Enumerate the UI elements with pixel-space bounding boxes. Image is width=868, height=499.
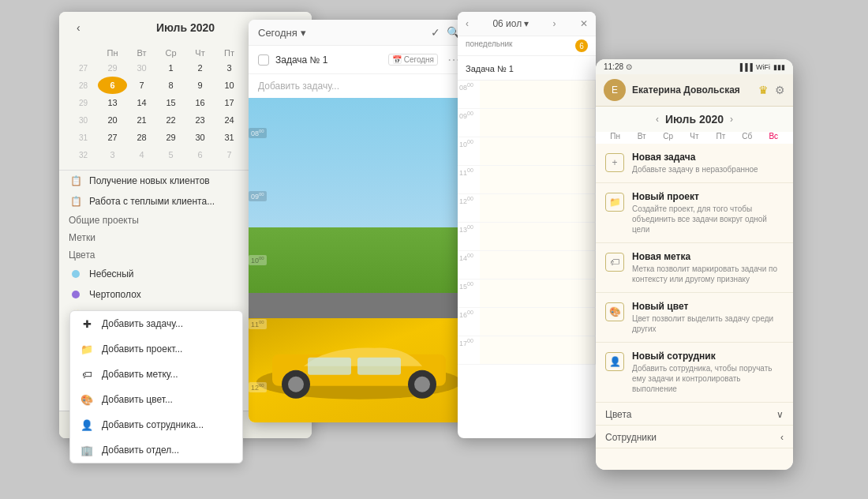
mobile-menu-new-project[interactable]: 📁 Новый проект Создайте проект, для того… (596, 183, 793, 243)
section-colors-expand: ∨ (776, 409, 784, 420)
calendar-day[interactable]: 28 (127, 129, 156, 146)
task-checkbox[interactable] (258, 54, 269, 66)
calendar-day[interactable]: 22 (156, 111, 185, 129)
calendar-day[interactable]: 13 (98, 94, 127, 111)
mobile-menu-new-tag[interactable]: 🏷 Новая метка Метка позволит маркировать… (596, 243, 793, 293)
time-label: 0800 (458, 81, 480, 108)
calendar-day[interactable]: 8 (156, 77, 185, 94)
calendar-day[interactable]: 14 (127, 94, 156, 111)
calendar-day[interactable]: 15 (156, 94, 185, 111)
svg-rect-7 (357, 358, 401, 375)
dropdown-add-color[interactable]: 🎨 Добавить цвет... (70, 387, 242, 412)
calendar-day[interactable]: 3 (215, 59, 244, 77)
calendar-day[interactable]: 31 (215, 129, 244, 146)
project-label: Работа с теплыми клиента... (89, 196, 215, 207)
calendar-day[interactable]: 24 (215, 111, 244, 129)
center-check-button[interactable]: ✓ (431, 26, 440, 39)
calendar-day[interactable]: 6 (185, 146, 215, 163)
cal-day-mon: Пн (602, 132, 628, 141)
mobile-user-bar: Е Екатерина Довольская ♛ ⚙ (596, 74, 793, 107)
calendar-day[interactable]: 5 (156, 146, 185, 163)
mobile-menu: + Новая задача Добавьте задачу в неразоб… (596, 144, 793, 470)
calendar-day[interactable]: 7 (215, 146, 244, 163)
task-date-badge: 📅 Сегодня (388, 54, 438, 66)
calendar-day[interactable]: 21 (127, 111, 156, 129)
center-title-text: Сегодня (258, 27, 297, 39)
mobile-cal-header: ‹ Июль 2020 › (596, 107, 793, 132)
calendar-image-area: 0800 0900 1000 1100 1200 (249, 98, 470, 422)
calendar-day[interactable]: 23 (185, 111, 215, 129)
mobile-menu-new-employee[interactable]: 👤 Новый сотрудник Добавить сотрудника, ч… (596, 343, 793, 403)
dropdown-add-tag[interactable]: 🏷 Добавить метку... (70, 362, 242, 387)
color-dot-thistle (69, 287, 83, 302)
calendar-day[interactable]: 7 (127, 77, 156, 94)
calendar-day[interactable]: 16 (185, 94, 215, 111)
week-num: 32 (69, 146, 98, 163)
mobile-status-right: ▐▐▐ WiFi ▮▮▮ (738, 63, 785, 71)
settings-icon[interactable]: ⚙ (775, 84, 785, 96)
add-task-placeholder: Добавить задачу... (258, 81, 339, 92)
dropdown-add-project[interactable]: 📁 Добавить проект... (70, 336, 242, 362)
dropdown-add-department[interactable]: 🏢 Добавить отдел... (70, 437, 242, 463)
time-col (480, 137, 596, 165)
dropdown-item-label: Добавить цвет... (102, 394, 173, 405)
calendar-day-today[interactable]: 6 (98, 77, 127, 94)
task-date-text: Сегодня (404, 55, 434, 64)
new-tag-title: Новая метка (632, 251, 784, 262)
calendar-day[interactable]: 30 (185, 129, 215, 146)
new-color-desc: Цвет позволит выделить задачу среди друг… (632, 313, 784, 334)
calendar-day[interactable]: 4 (127, 146, 156, 163)
time-label: 0900 (458, 109, 480, 137)
calendar-day[interactable]: 2 (185, 59, 215, 77)
new-tag-icon: 🏷 (605, 253, 624, 272)
week-prev-button[interactable]: ‹ (466, 18, 469, 29)
calendar-day[interactable]: 30 (127, 59, 156, 77)
cal-day-thu: Чт (681, 132, 707, 141)
today-badge: 6 (575, 39, 588, 52)
mobile-menu-new-color[interactable]: 🎨 Новый цвет Цвет позволит выделить зада… (596, 293, 793, 343)
cal-day-sat: Сб (734, 132, 760, 141)
time-label: 1200 (458, 194, 480, 222)
dropdown-add-task[interactable]: ✚ Добавить задачу... (70, 311, 242, 336)
dropdown-add-employee[interactable]: 👤 Добавить сотрудника... (70, 412, 242, 437)
week-close-button[interactable]: ✕ (580, 18, 588, 29)
calendar-day[interactable]: 27 (98, 129, 127, 146)
mobile-menu-new-task[interactable]: + Новая задача Добавьте задачу в неразоб… (596, 144, 793, 183)
center-dropdown-icon: ▾ (301, 27, 306, 39)
section-employees-collapse: ‹ (780, 432, 784, 443)
avatar-initial: Е (612, 84, 618, 96)
mobile-cal-prev[interactable]: ‹ (656, 114, 659, 125)
calendar-day[interactable]: 17 (215, 94, 244, 111)
mobile-time: 11:28 ⊙ (604, 62, 632, 71)
mobile-section-employees[interactable]: Сотрудники ‹ (596, 426, 793, 448)
cal-header-thu: Чт (185, 47, 215, 59)
crown-icon: ♛ (758, 84, 769, 96)
new-project-desc: Создайте проект, для того чтобы объедини… (632, 204, 784, 234)
calendar-day[interactable]: 9 (185, 77, 215, 94)
new-tag-desc: Метка позволит маркировать задачи по кон… (632, 264, 784, 284)
week-num: 28 (69, 77, 98, 94)
week-next-button[interactable]: › (553, 18, 556, 29)
section-tags-label: Метки (69, 232, 95, 243)
time-col (480, 166, 596, 193)
new-employee-desc: Добавить сотрудника, чтобы поручать ему … (632, 363, 784, 394)
add-employee-icon: 👤 (80, 418, 94, 432)
calendar-day[interactable]: 10 (215, 77, 244, 94)
new-task-text: Новая задача Добавьте задачу в неразобра… (632, 152, 758, 174)
signal-icon: ▐▐▐ (738, 63, 753, 71)
center-title: Сегодня ▾ (258, 27, 306, 39)
calendar-day[interactable]: 29 (156, 129, 185, 146)
calendar-prev-button[interactable]: ‹ (72, 20, 85, 36)
week-num: 27 (69, 59, 98, 77)
calendar-day[interactable]: 20 (98, 111, 127, 129)
cal-day-sun: Вс (761, 132, 787, 141)
week-title-text: 06 иол (492, 18, 522, 29)
add-task-row[interactable]: Добавить задачу... (249, 74, 470, 98)
mobile-cal-next[interactable]: › (730, 114, 733, 125)
calendar-day[interactable]: 29 (98, 59, 127, 77)
calendar-day[interactable]: 3 (98, 146, 127, 163)
time-row-17: 1700 (458, 336, 596, 365)
new-color-text: Новый цвет Цвет позволит выделить задачу… (632, 301, 784, 334)
calendar-day[interactable]: 1 (156, 59, 185, 77)
mobile-section-colors[interactable]: Цвета ∨ (596, 403, 793, 426)
